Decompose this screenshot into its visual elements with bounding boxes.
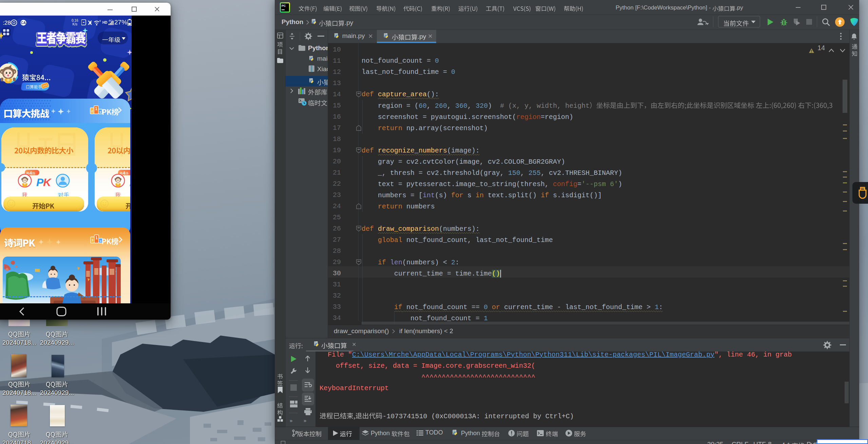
svg-text:1: 1	[95, 106, 97, 111]
svg-text:HD: HD	[102, 21, 107, 24]
svg-text:2: 2	[92, 239, 93, 242]
svg-text:2: 2	[91, 109, 93, 113]
svg-text:6: 6	[99, 19, 101, 22]
svg-text:CA: CA	[21, 21, 26, 25]
svg-text:1: 1	[95, 236, 98, 240]
svg-text:PC: PC	[282, 4, 286, 7]
svg-text:3: 3	[99, 110, 101, 114]
